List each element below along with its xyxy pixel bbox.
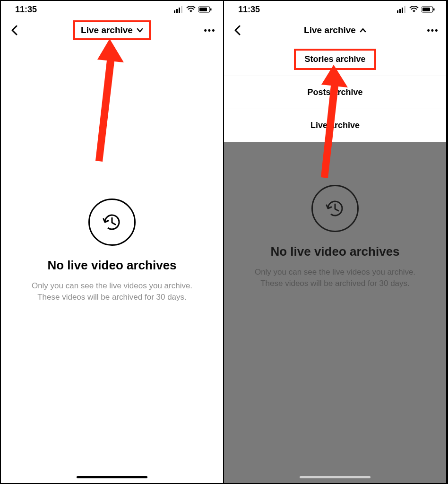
dimmed-content: No live video archives Only you can see …	[224, 142, 446, 483]
home-indicator[interactable]	[77, 476, 147, 478]
empty-state: No live video archives Only you can see …	[224, 142, 446, 289]
svg-rect-13	[433, 9, 435, 11]
archive-selector[interactable]: Live archive	[298, 22, 372, 38]
wifi-icon	[409, 6, 419, 13]
nav-header: Live archive •••	[1, 18, 223, 43]
status-bar: 11:35	[1, 1, 223, 18]
svg-rect-1	[176, 9, 178, 13]
status-icons	[397, 6, 435, 13]
cellular-icon	[397, 6, 406, 13]
battery-icon	[422, 6, 435, 13]
wifi-icon	[186, 6, 196, 13]
nav-header: Live archive •••	[224, 18, 446, 43]
history-icon	[88, 199, 136, 246]
svg-rect-7	[397, 10, 398, 13]
battery-icon	[198, 6, 212, 13]
dropdown-item-posts[interactable]: Posts archive	[224, 76, 446, 109]
back-button[interactable]	[8, 25, 21, 35]
dropdown-item-live[interactable]: Live archive	[224, 109, 446, 142]
empty-heading: No live video archives	[270, 244, 399, 259]
status-time: 11:35	[15, 5, 37, 15]
cellular-icon	[174, 6, 183, 13]
chevron-down-icon	[137, 28, 143, 33]
archive-selector-label: Live archive	[81, 25, 133, 35]
archive-selector[interactable]: Live archive	[73, 20, 151, 40]
svg-rect-0	[174, 10, 175, 13]
svg-rect-8	[399, 9, 401, 13]
svg-rect-9	[402, 8, 403, 13]
svg-rect-3	[181, 6, 182, 13]
svg-rect-12	[422, 8, 430, 11]
status-time: 11:35	[238, 5, 260, 15]
status-icons	[174, 6, 212, 13]
dropdown-item-label: Posts archive	[307, 87, 362, 97]
svg-rect-6	[210, 9, 212, 11]
empty-heading: No live video archives	[47, 258, 176, 273]
history-icon	[311, 185, 359, 232]
more-options-button[interactable]: •••	[426, 26, 439, 35]
dropdown-item-label: Live archive	[310, 121, 360, 130]
empty-state: No live video archives Only you can see …	[1, 43, 223, 483]
empty-description: Only you can see the live videos you arc…	[17, 280, 207, 303]
home-indicator[interactable]	[300, 476, 370, 478]
archive-selector-label: Live archive	[304, 25, 356, 35]
dropdown-item-label: Stories archive	[294, 49, 376, 70]
svg-rect-10	[404, 6, 405, 13]
archive-dropdown: Stories archive Posts archive Live archi…	[224, 43, 446, 142]
svg-rect-2	[179, 8, 180, 13]
dropdown-item-stories[interactable]: Stories archive	[224, 43, 446, 76]
empty-description: Only you can see the live videos you arc…	[241, 267, 430, 289]
back-button[interactable]	[231, 25, 244, 35]
screenshot-left: 11:35 Live archive •••	[1, 1, 224, 483]
svg-rect-5	[199, 8, 207, 11]
screenshot-right: 11:35 Live archive ••• Stories archive	[224, 1, 447, 483]
chevron-up-icon	[360, 28, 366, 33]
status-bar: 11:35	[224, 1, 446, 18]
more-options-button[interactable]: •••	[203, 26, 216, 35]
